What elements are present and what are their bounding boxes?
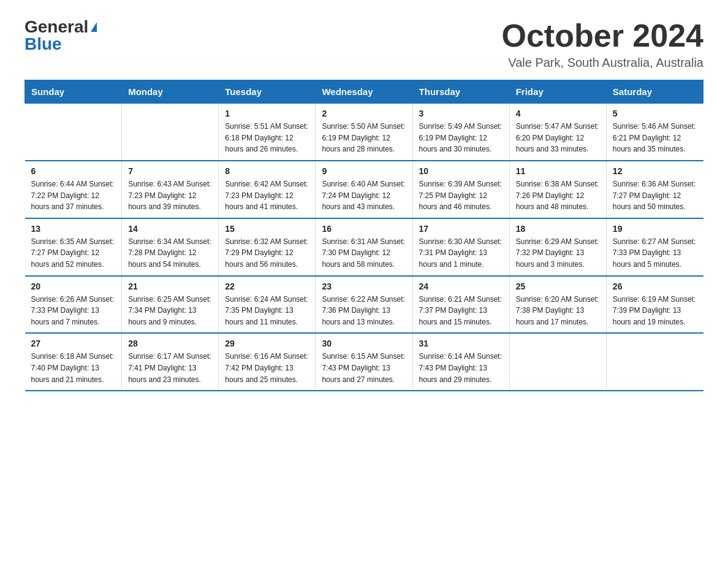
- day-number: 2: [322, 109, 406, 118]
- day-number: 10: [419, 166, 503, 176]
- header-day-tuesday: Tuesday: [219, 80, 316, 104]
- header-day-sunday: Sunday: [25, 80, 122, 104]
- day-number: 21: [128, 282, 212, 291]
- header-day-monday: Monday: [122, 80, 219, 104]
- calendar-cell: [122, 104, 219, 161]
- calendar-cell: [509, 333, 606, 391]
- day-number: 25: [516, 282, 600, 291]
- calendar-body: 1Sunrise: 5:51 AM Sunset: 6:18 PM Daylig…: [25, 104, 703, 391]
- month-title: October 2024: [502, 18, 704, 53]
- day-number: 22: [225, 282, 309, 291]
- calendar-cell: 18Sunrise: 6:29 AM Sunset: 7:32 PM Dayli…: [509, 218, 606, 276]
- day-number: 17: [419, 224, 503, 234]
- day-info: Sunrise: 6:32 AM Sunset: 7:29 PM Dayligh…: [225, 236, 309, 270]
- day-info: Sunrise: 6:38 AM Sunset: 7:26 PM Dayligh…: [516, 178, 600, 213]
- day-info: Sunrise: 6:35 AM Sunset: 7:27 PM Dayligh…: [31, 236, 116, 270]
- calendar-cell: [25, 104, 122, 161]
- day-number: 29: [225, 339, 309, 348]
- calendar-cell: 30Sunrise: 6:15 AM Sunset: 7:43 PM Dayli…: [316, 333, 412, 391]
- day-info: Sunrise: 6:22 AM Sunset: 7:36 PM Dayligh…: [322, 294, 406, 328]
- day-number: 13: [31, 224, 116, 234]
- day-info: Sunrise: 6:29 AM Sunset: 7:32 PM Dayligh…: [516, 236, 600, 270]
- day-info: Sunrise: 6:17 AM Sunset: 7:41 PM Dayligh…: [128, 351, 212, 385]
- week-row-5: 27Sunrise: 6:18 AM Sunset: 7:40 PM Dayli…: [25, 333, 703, 391]
- day-info: Sunrise: 6:42 AM Sunset: 7:23 PM Dayligh…: [225, 178, 309, 213]
- calendar-cell: 8Sunrise: 6:42 AM Sunset: 7:23 PM Daylig…: [219, 161, 316, 218]
- day-info: Sunrise: 5:49 AM Sunset: 6:19 PM Dayligh…: [419, 121, 503, 155]
- day-info: Sunrise: 5:46 AM Sunset: 6:21 PM Dayligh…: [613, 121, 697, 155]
- calendar-cell: 21Sunrise: 6:25 AM Sunset: 7:34 PM Dayli…: [122, 276, 219, 334]
- day-info: Sunrise: 6:36 AM Sunset: 7:27 PM Dayligh…: [613, 178, 697, 213]
- logo-blue-text: Blue: [25, 36, 62, 53]
- day-number: 3: [419, 109, 503, 118]
- day-info: Sunrise: 5:51 AM Sunset: 6:18 PM Dayligh…: [225, 121, 309, 155]
- day-number: 5: [613, 109, 697, 118]
- day-info: Sunrise: 6:15 AM Sunset: 7:43 PM Dayligh…: [322, 351, 406, 385]
- day-number: 19: [613, 224, 697, 234]
- calendar-cell: 31Sunrise: 6:14 AM Sunset: 7:43 PM Dayli…: [412, 333, 509, 391]
- day-number: 23: [322, 282, 406, 291]
- day-info: Sunrise: 6:27 AM Sunset: 7:33 PM Dayligh…: [613, 236, 697, 270]
- day-number: 28: [128, 339, 212, 348]
- calendar-cell: 6Sunrise: 6:44 AM Sunset: 7:22 PM Daylig…: [25, 161, 122, 218]
- title-section: October 2024 Vale Park, South Australia,…: [502, 18, 704, 70]
- calendar-cell: 22Sunrise: 6:24 AM Sunset: 7:35 PM Dayli…: [219, 276, 316, 334]
- day-info: Sunrise: 5:50 AM Sunset: 6:19 PM Dayligh…: [322, 121, 406, 155]
- day-info: Sunrise: 5:47 AM Sunset: 6:20 PM Dayligh…: [516, 121, 600, 155]
- week-row-3: 13Sunrise: 6:35 AM Sunset: 7:27 PM Dayli…: [25, 218, 703, 276]
- day-number: 30: [322, 339, 406, 348]
- header-day-thursday: Thursday: [412, 80, 509, 104]
- day-info: Sunrise: 6:31 AM Sunset: 7:30 PM Dayligh…: [322, 236, 406, 270]
- calendar-cell: 17Sunrise: 6:30 AM Sunset: 7:31 PM Dayli…: [412, 218, 509, 276]
- day-info: Sunrise: 6:16 AM Sunset: 7:42 PM Dayligh…: [225, 351, 309, 385]
- day-number: 6: [31, 166, 116, 176]
- calendar-cell: 14Sunrise: 6:34 AM Sunset: 7:28 PM Dayli…: [122, 218, 219, 276]
- location-text: Vale Park, South Australia, Australia: [502, 56, 704, 70]
- logo-triangle-icon: [91, 22, 97, 32]
- calendar-cell: 3Sunrise: 5:49 AM Sunset: 6:19 PM Daylig…: [412, 104, 509, 161]
- day-info: Sunrise: 6:30 AM Sunset: 7:31 PM Dayligh…: [419, 236, 503, 270]
- day-number: 20: [31, 282, 116, 291]
- calendar-cell: 7Sunrise: 6:43 AM Sunset: 7:23 PM Daylig…: [122, 161, 219, 218]
- calendar-table: SundayMondayTuesdayWednesdayThursdayFrid…: [25, 80, 703, 391]
- day-info: Sunrise: 6:39 AM Sunset: 7:25 PM Dayligh…: [419, 178, 503, 213]
- calendar-cell: 25Sunrise: 6:20 AM Sunset: 7:38 PM Dayli…: [509, 276, 606, 334]
- calendar-cell: 2Sunrise: 5:50 AM Sunset: 6:19 PM Daylig…: [316, 104, 412, 161]
- calendar-cell: 10Sunrise: 6:39 AM Sunset: 7:25 PM Dayli…: [412, 161, 509, 218]
- day-info: Sunrise: 6:26 AM Sunset: 7:33 PM Dayligh…: [31, 294, 116, 328]
- day-number: 4: [516, 109, 600, 118]
- day-number: 14: [128, 224, 212, 234]
- calendar-cell: 23Sunrise: 6:22 AM Sunset: 7:36 PM Dayli…: [316, 276, 412, 334]
- calendar-cell: 19Sunrise: 6:27 AM Sunset: 7:33 PM Dayli…: [606, 218, 703, 276]
- day-number: 15: [225, 224, 309, 234]
- logo-general-text: General: [25, 18, 88, 36]
- week-row-4: 20Sunrise: 6:26 AM Sunset: 7:33 PM Dayli…: [25, 276, 703, 334]
- logo: General Blue: [25, 18, 97, 53]
- calendar-cell: 28Sunrise: 6:17 AM Sunset: 7:41 PM Dayli…: [122, 333, 219, 391]
- calendar-cell: 16Sunrise: 6:31 AM Sunset: 7:30 PM Dayli…: [316, 218, 412, 276]
- day-info: Sunrise: 6:40 AM Sunset: 7:24 PM Dayligh…: [322, 178, 406, 213]
- day-info: Sunrise: 6:21 AM Sunset: 7:37 PM Dayligh…: [419, 294, 503, 328]
- header-day-wednesday: Wednesday: [316, 80, 412, 104]
- calendar-header: SundayMondayTuesdayWednesdayThursdayFrid…: [25, 80, 703, 104]
- calendar-cell: 20Sunrise: 6:26 AM Sunset: 7:33 PM Dayli…: [25, 276, 122, 334]
- calendar-cell: 26Sunrise: 6:19 AM Sunset: 7:39 PM Dayli…: [606, 276, 703, 334]
- day-info: Sunrise: 6:24 AM Sunset: 7:35 PM Dayligh…: [225, 294, 309, 328]
- day-number: 31: [419, 339, 503, 348]
- day-info: Sunrise: 6:18 AM Sunset: 7:40 PM Dayligh…: [31, 351, 116, 385]
- day-number: 11: [516, 166, 600, 176]
- day-info: Sunrise: 6:25 AM Sunset: 7:34 PM Dayligh…: [128, 294, 212, 328]
- day-number: 9: [322, 166, 406, 176]
- week-row-2: 6Sunrise: 6:44 AM Sunset: 7:22 PM Daylig…: [25, 161, 703, 218]
- day-info: Sunrise: 6:34 AM Sunset: 7:28 PM Dayligh…: [128, 236, 212, 270]
- calendar-cell: 1Sunrise: 5:51 AM Sunset: 6:18 PM Daylig…: [219, 104, 316, 161]
- day-info: Sunrise: 6:43 AM Sunset: 7:23 PM Dayligh…: [128, 178, 212, 213]
- page-header: General Blue October 2024 Vale Park, Sou…: [25, 18, 703, 70]
- day-number: 24: [419, 282, 503, 291]
- calendar-cell: 15Sunrise: 6:32 AM Sunset: 7:29 PM Dayli…: [219, 218, 316, 276]
- calendar-cell: 4Sunrise: 5:47 AM Sunset: 6:20 PM Daylig…: [509, 104, 606, 161]
- day-number: 12: [613, 166, 697, 176]
- day-number: 18: [516, 224, 600, 234]
- calendar-cell: [606, 333, 703, 391]
- header-day-friday: Friday: [509, 80, 606, 104]
